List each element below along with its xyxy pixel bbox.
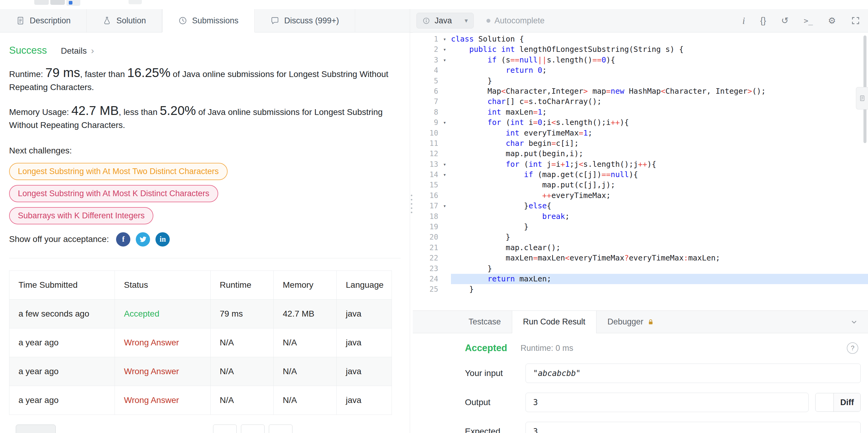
code-line-1[interactable]: 1▾class Solution {	[413, 34, 868, 44]
line-number: 1	[413, 34, 438, 44]
code-line-16[interactable]: 16 ++everyTimeMax;	[413, 191, 868, 201]
pagination-button[interactable]	[241, 425, 265, 433]
autocomplete-toggle[interactable]: Autocomplete	[487, 16, 545, 26]
editor-fullscreen-icon[interactable]	[851, 16, 860, 25]
code-line-22[interactable]: 22 maxLen=maxLen<everyTimeMax?everyTimeM…	[413, 253, 868, 263]
fold-arrow-icon[interactable]: ▾	[438, 44, 451, 55]
description-flap-button[interactable]	[856, 87, 868, 110]
fold-arrow-icon[interactable]: ▾	[438, 170, 451, 180]
chat-icon	[270, 16, 279, 25]
help-icon[interactable]: ?	[847, 342, 858, 354]
code-line-7[interactable]: 7 char[] c=s.toCharArray();	[413, 96, 868, 107]
line-number: 2	[413, 44, 438, 55]
splitter-grip-icon[interactable]	[411, 195, 412, 213]
tab-solution[interactable]: Solution	[87, 9, 162, 32]
cell-status[interactable]: Accepted	[115, 299, 211, 328]
window-fragment	[34, 0, 49, 5]
output-label: Output	[465, 398, 526, 407]
console-tab-testcase[interactable]: Testcase	[458, 311, 512, 333]
line-number: 22	[413, 253, 438, 263]
code-line-5[interactable]: 5 }	[413, 76, 868, 86]
diff-toggle[interactable]: Diff	[815, 393, 861, 412]
cell-status[interactable]: Wrong Answer	[115, 328, 211, 357]
code-line-19[interactable]: 19 }	[413, 222, 868, 232]
next-challenges-label: Next challenges:	[9, 146, 401, 155]
code-line-21[interactable]: 21 map.clear();	[413, 242, 868, 253]
console-runtime: Runtime: 0 ms	[521, 344, 574, 353]
editor-terminal-icon[interactable]: >_	[804, 17, 813, 25]
code-line-6[interactable]: 6 Map<Character,Integer> map=new HashMap…	[413, 86, 868, 96]
line-number: 5	[413, 76, 438, 86]
code-line-13[interactable]: 13▾ for (int j=i+1;j<s.length();j++){	[413, 159, 868, 170]
line-number: 16	[413, 191, 438, 201]
fold-arrow-icon[interactable]: ▾	[438, 117, 451, 128]
line-number: 23	[413, 263, 438, 274]
fold-spacer	[438, 128, 451, 138]
tab-discuss-999[interactable]: Discuss (999+)	[255, 9, 355, 32]
output-value: 3	[533, 398, 538, 407]
tab-description[interactable]: Description	[0, 9, 87, 32]
code-line-3[interactable]: 3▾ if (s==null||s.length()==0){	[413, 55, 868, 65]
fold-arrow-icon[interactable]: ▾	[438, 159, 451, 170]
share-facebook-button[interactable]: f	[116, 232, 130, 247]
diff-toggle-knob[interactable]	[815, 393, 834, 411]
code-line-14[interactable]: 14▾ if (map.get(c[j])==null){	[413, 170, 868, 180]
fold-arrow-icon[interactable]: ▾	[438, 34, 451, 44]
code-line-4[interactable]: 4 return 0;	[413, 65, 868, 76]
runtime-summary: Runtime: 79 ms, faster than 16.25% of Ja…	[9, 66, 399, 94]
facebook-icon: f	[122, 235, 125, 243]
line-number: 25	[413, 284, 438, 294]
code-line-2[interactable]: 2▾ public int lengthOfLongestSubstring(S…	[413, 44, 868, 55]
cell-status[interactable]: Wrong Answer	[115, 386, 211, 414]
cutoff-button[interactable]	[16, 425, 56, 433]
console-tab-label: Testcase	[469, 317, 501, 326]
pagination-button[interactable]	[213, 425, 237, 433]
code-line-10[interactable]: 10 int everyTimeMax=1;	[413, 128, 868, 138]
submission-row[interactable]: a few seconds agoAccepted79 ms42.7 MBjav…	[9, 299, 392, 328]
submission-row[interactable]: a year agoWrong AnswerN/AN/Ajava	[9, 357, 392, 386]
details-link[interactable]: Details ›	[61, 46, 94, 56]
panel-splitter[interactable]	[410, 9, 413, 433]
fold-arrow-icon[interactable]: ▾	[438, 201, 451, 211]
code-line-25[interactable]: 25 }	[413, 284, 868, 294]
next-challenges-list: Longest Substring with At Most Two Disti…	[9, 163, 401, 224]
share-twitter-button[interactable]	[136, 232, 150, 247]
code-line-15[interactable]: 15 map.put(c[j],j);	[413, 180, 868, 190]
editor-braces-icon[interactable]: {}	[760, 17, 766, 25]
code-line-11[interactable]: 11 char begin=c[i];	[413, 138, 868, 149]
cell-time_submitted: a few seconds ago	[9, 299, 115, 328]
console-status-row: Accepted Runtime: 0 ms ?	[465, 342, 861, 354]
language-select[interactable]: Java ▾	[416, 13, 474, 29]
code-line-12[interactable]: 12 map.put(begin,i);	[413, 149, 868, 159]
challenge-pill-longest-substring-with-at-most-k-distinct-characters[interactable]: Longest Substring with At Most K Distinc…	[9, 185, 218, 202]
input-value-box[interactable]: "abcabcbb"	[526, 364, 861, 383]
submission-row[interactable]: a year agoWrong AnswerN/AN/Ajava	[9, 328, 392, 357]
editor-info-icon[interactable]: i	[743, 16, 745, 26]
code-line-23[interactable]: 23 }	[413, 263, 868, 274]
code-line-18[interactable]: 18 break;	[413, 211, 868, 222]
code-line-24[interactable]: 24 return maxLen;	[413, 274, 868, 284]
fold-arrow-icon[interactable]: ▾	[438, 55, 451, 65]
challenge-pill-subarrays-with-k-different-integers[interactable]: Subarrays with K Different Integers	[9, 207, 153, 224]
editor-settings-icon[interactable]: ⚙	[828, 17, 836, 25]
tab-submissions[interactable]: Submissions	[162, 9, 255, 32]
console-tab-run-code-result[interactable]: Run Code Result	[512, 311, 597, 333]
fold-spacer	[438, 274, 451, 284]
code-editor[interactable]: 1▾class Solution {2▾ public int lengthOf…	[413, 32, 868, 311]
challenge-pill-longest-substring-with-at-most-two-distinct-characters[interactable]: Longest Substring with At Most Two Disti…	[9, 163, 227, 180]
pagination-button[interactable]	[269, 425, 292, 433]
code-line-8[interactable]: 8 int maxLen=1;	[413, 107, 868, 117]
editor-reset-icon[interactable]: ↺	[781, 17, 788, 25]
submission-row[interactable]: a year agoWrong AnswerN/AN/Ajava	[9, 386, 392, 414]
code-line-17[interactable]: 17▾ }else{	[413, 201, 868, 211]
details-label: Details	[61, 46, 87, 56]
code-line-9[interactable]: 9▾ for (int i=0;i<s.length();i++){	[413, 117, 868, 128]
code-line-20[interactable]: 20 }	[413, 232, 868, 242]
console-tabbar: TestcaseRun Code ResultDebugger	[413, 311, 868, 333]
info-circle-icon	[422, 17, 430, 25]
tab-label: Submissions	[192, 16, 239, 26]
share-linkedin-button[interactable]: in	[155, 232, 170, 247]
cell-status[interactable]: Wrong Answer	[115, 357, 211, 386]
console-tab-debugger[interactable]: Debugger	[596, 311, 665, 333]
collapse-console-icon[interactable]	[850, 318, 858, 326]
